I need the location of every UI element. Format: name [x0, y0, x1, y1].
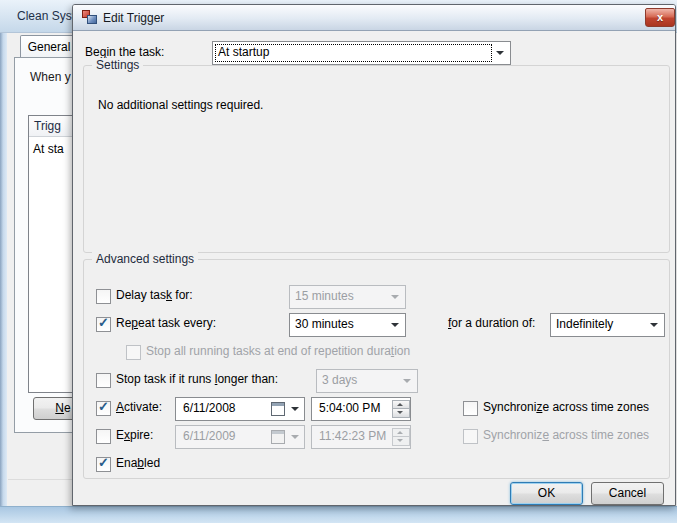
- repeat-task-checkbox[interactable]: [96, 317, 111, 332]
- repeat-task-select[interactable]: 30 minutes: [289, 313, 406, 337]
- activate-date-picker[interactable]: 6/11/2008: [175, 397, 305, 421]
- cancel-button[interactable]: Cancel: [591, 482, 664, 505]
- background-window-left-frame: [0, 0, 7, 523]
- sync-timezones-expire-label: Synchronize across time zones: [483, 428, 649, 443]
- activate-checkbox[interactable]: [96, 401, 111, 416]
- settings-group-title: Settings: [92, 58, 143, 72]
- delay-task-checkbox[interactable]: [96, 289, 111, 304]
- stop-task-label: Stop task if it runs longer than:: [116, 372, 278, 387]
- activate-date-value: 6/11/2008: [183, 401, 236, 415]
- close-icon[interactable]: x: [645, 8, 675, 27]
- chevron-down-icon: [291, 407, 299, 411]
- cancel-button-label: Cancel: [609, 486, 646, 500]
- enabled-label: Enabled: [116, 456, 160, 471]
- ok-button[interactable]: OK: [510, 482, 583, 505]
- expire-time-spinner: 11:42:23 PM: [311, 425, 411, 449]
- activate-time-spinner[interactable]: 5:04:00 PM: [311, 397, 411, 421]
- spinner-down-icon: [392, 436, 410, 446]
- stop-task-checkbox[interactable]: [96, 373, 111, 388]
- expire-date-picker: 6/11/2009: [175, 425, 305, 449]
- tab-general-label: General: [28, 40, 71, 54]
- expire-label: Expire:: [116, 428, 153, 443]
- activate-label: Activate:: [116, 400, 162, 415]
- delay-task-label: Delay task for:: [116, 288, 193, 303]
- begin-task-value: At startup: [218, 45, 269, 59]
- app-window-icon: [82, 10, 98, 25]
- chevron-down-icon: [391, 295, 399, 299]
- tab-general[interactable]: General: [20, 35, 78, 58]
- triggers-column-header: Trigg: [34, 119, 61, 133]
- stop-all-tasks-checkbox: [126, 345, 141, 360]
- sync-timezones-activate-checkbox[interactable]: [463, 401, 478, 416]
- duration-select[interactable]: Indefinitely: [550, 313, 665, 337]
- stop-task-value: 3 days: [322, 373, 357, 387]
- sync-timezones-expire-checkbox: [463, 429, 478, 444]
- tab-page-description: When y: [30, 70, 71, 84]
- chevron-down-icon: [291, 435, 299, 439]
- background-window-bottom-frame: [0, 506, 677, 523]
- chevron-down-icon: [403, 379, 411, 383]
- delay-task-value: 15 minutes: [295, 289, 354, 303]
- dialog-titlebar[interactable]: Edit Trigger x: [73, 5, 676, 31]
- chevron-down-icon: [391, 323, 399, 327]
- advanced-settings-group: Advanced settings Delay task for: 15 min…: [83, 259, 670, 479]
- chevron-down-icon: [496, 51, 504, 55]
- calendar-icon: [271, 430, 285, 444]
- spinner-buttons[interactable]: [392, 400, 408, 416]
- stop-all-tasks-label: Stop all running tasks at end of repetit…: [146, 344, 410, 359]
- chevron-down-icon: [650, 323, 658, 327]
- advanced-settings-group-title: Advanced settings: [92, 252, 198, 266]
- dialog-title: Edit Trigger: [103, 11, 164, 25]
- expire-time-value: 11:42:23 PM: [319, 429, 386, 443]
- ok-button-label: OK: [538, 486, 555, 500]
- repeat-task-label: Repeat task every:: [116, 316, 216, 331]
- enabled-checkbox[interactable]: [96, 457, 111, 472]
- stop-task-select: 3 days: [316, 369, 418, 393]
- delay-task-select: 15 minutes: [289, 285, 406, 309]
- calendar-icon: [271, 402, 285, 416]
- spinner-buttons: [392, 428, 408, 444]
- sync-timezones-activate-label: Synchronize across time zones: [483, 400, 649, 415]
- list-item[interactable]: At sta: [33, 142, 64, 156]
- duration-label: for a duration of:: [448, 316, 535, 331]
- activate-time-value: 5:04:00 PM: [319, 401, 380, 415]
- spinner-down-icon[interactable]: [392, 408, 410, 418]
- expire-date-value: 6/11/2009: [183, 429, 236, 443]
- begin-task-select[interactable]: At startup: [212, 41, 511, 65]
- divider: [8, 479, 72, 480]
- edit-trigger-dialog: Edit Trigger x Begin the task: At startu…: [72, 4, 676, 506]
- settings-group: Settings No additional settings required…: [83, 65, 670, 253]
- duration-value: Indefinitely: [556, 317, 613, 331]
- new-button-label: Ne: [55, 401, 70, 415]
- expire-checkbox[interactable]: [96, 429, 111, 444]
- settings-message: No additional settings required.: [98, 98, 263, 113]
- repeat-task-value: 30 minutes: [295, 317, 354, 331]
